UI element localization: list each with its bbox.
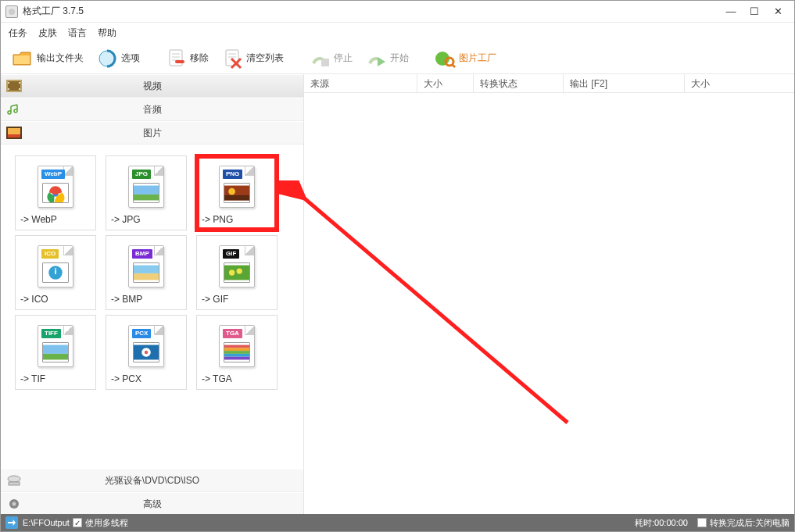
tile-label: -> WebP	[20, 214, 91, 225]
list-body-empty	[304, 93, 794, 516]
menu-help[interactable]: 帮助	[98, 27, 116, 40]
toolbar: 输出文件夹 选项 移除 清空列表 停止 开始 图片工厂	[1, 43, 794, 74]
stop-icon	[309, 48, 331, 70]
category-optical[interactable]: 光驱设备\DVD\CD\ISO	[1, 469, 303, 492]
svg-line-13	[452, 64, 455, 67]
svg-rect-25	[134, 186, 159, 195]
format-grid: WebP-> WebPJPG-> JPGPNG-> PNGICOi-> ICOB…	[1, 145, 303, 469]
svg-rect-6	[175, 60, 184, 63]
statusbar: E:\FFOutput ✓ 使用多线程 耗时: 00:00:00 ✓ 转换完成后…	[1, 514, 794, 531]
category-video[interactable]: 视频	[1, 74, 303, 98]
col-output[interactable]: 输出 [F2]	[564, 74, 685, 92]
tile-label: -> ICO	[20, 294, 91, 305]
svg-point-48	[8, 476, 20, 482]
svg-point-28	[228, 188, 235, 195]
elapsed-value: 00:00:00	[654, 518, 688, 527]
svg-point-19	[19, 88, 20, 90]
format-tile-ico[interactable]: ICOi-> ICO	[15, 235, 96, 310]
folder-icon	[12, 48, 34, 70]
clear-label: 清空列表	[246, 52, 284, 65]
remove-button[interactable]: 移除	[162, 46, 212, 71]
video-icon	[5, 79, 23, 93]
category-optical-label: 光驱设备\DVD\CD\ISO	[29, 474, 303, 487]
svg-point-41	[145, 351, 148, 354]
format-tile-tiff[interactable]: TIFF-> TIF	[15, 315, 96, 390]
gear-icon	[96, 48, 118, 70]
multithread-checkbox[interactable]: ✓	[73, 518, 82, 527]
after-value: 关闭电脑	[755, 517, 790, 529]
titlebar: 格式工厂 3.7.5 — ☐ ✕	[1, 1, 794, 23]
tile-icon: WebP	[20, 161, 91, 212]
category-audio[interactable]: 音频	[1, 98, 303, 121]
category-audio-label: 音频	[29, 103, 303, 116]
options-button[interactable]: 选项	[93, 46, 143, 71]
play-icon	[365, 48, 387, 70]
stop-label: 停止	[334, 52, 353, 65]
main-area: 视频 音频 图片 WebP-> WebPJPG-> JPGPNG-> PNGIC…	[1, 74, 794, 516]
image-factory-label: 图片工厂	[459, 52, 496, 65]
close-button[interactable]: ✕	[766, 4, 790, 20]
format-tile-bmp[interactable]: BMP-> BMP	[106, 235, 187, 310]
window-title: 格式工厂 3.7.5	[23, 5, 719, 18]
format-tile-gif[interactable]: GIF-> GIF	[196, 235, 278, 310]
image-icon	[5, 126, 23, 140]
svg-rect-46	[224, 354, 249, 357]
svg-point-51	[13, 502, 16, 506]
clear-button[interactable]: 清空列表	[218, 46, 287, 71]
tile-icon: PNG	[202, 161, 272, 212]
image-factory-button[interactable]: 图片工厂	[431, 46, 500, 71]
col-extra[interactable]	[780, 74, 794, 92]
after-label: 转换完成后:	[710, 517, 755, 529]
page-x-icon	[221, 48, 243, 70]
svg-rect-15	[8, 81, 20, 91]
svg-rect-37	[43, 345, 68, 354]
image-factory-icon	[434, 48, 456, 70]
svg-rect-29	[224, 195, 249, 201]
svg-rect-22	[8, 134, 20, 137]
svg-rect-49	[9, 482, 20, 485]
svg-rect-34	[224, 266, 249, 280]
left-panel: 视频 音频 图片 WebP-> WebPJPG-> JPGPNG-> PNGIC…	[1, 74, 304, 516]
maximize-button[interactable]: ☐	[743, 4, 766, 20]
category-image[interactable]: 图片	[1, 121, 303, 145]
category-advanced[interactable]: 高级	[1, 492, 303, 516]
format-tile-pcx[interactable]: PCX-> PCX	[106, 315, 187, 390]
app-logo-icon	[5, 5, 18, 18]
svg-rect-45	[224, 351, 249, 354]
tile-icon: ICOi	[20, 241, 91, 292]
col-size[interactable]: 大小	[417, 74, 474, 92]
format-tile-webp[interactable]: WebP-> WebP	[15, 155, 96, 230]
audio-icon	[5, 102, 23, 116]
svg-text:i: i	[54, 266, 56, 276]
tile-icon: JPG	[111, 161, 181, 212]
tile-label: -> PNG	[202, 214, 272, 225]
col-out-size[interactable]: 大小	[685, 74, 780, 92]
tile-label: -> GIF	[202, 294, 272, 305]
svg-point-16	[8, 82, 9, 84]
multithread-label: 使用多线程	[85, 517, 128, 529]
format-tile-tga[interactable]: TGA-> TGA	[196, 315, 278, 390]
output-folder-button[interactable]: 输出文件夹	[9, 46, 87, 71]
menu-language[interactable]: 语言	[68, 27, 87, 40]
format-tile-png[interactable]: PNG-> PNG	[196, 155, 278, 230]
svg-rect-10	[321, 59, 329, 66]
output-path[interactable]: E:\FFOutput	[23, 518, 70, 527]
menu-task[interactable]: 任务	[9, 27, 27, 40]
list-header: 来源 大小 转换状态 输出 [F2] 大小	[304, 74, 794, 93]
minimize-button[interactable]: —	[719, 4, 743, 20]
svg-rect-21	[8, 128, 20, 134]
category-advanced-label: 高级	[29, 498, 303, 511]
output-folder-label: 输出文件夹	[37, 52, 84, 65]
tile-icon: TIFF	[20, 320, 91, 372]
format-tile-jpg[interactable]: JPG-> JPG	[106, 155, 187, 230]
svg-point-36	[237, 268, 242, 273]
col-source[interactable]: 来源	[304, 74, 417, 92]
after-checkbox[interactable]: ✓	[697, 518, 707, 527]
stop-button[interactable]: 停止	[306, 46, 356, 71]
remove-label: 移除	[190, 52, 209, 65]
menu-skin[interactable]: 皮肤	[38, 27, 57, 40]
col-status[interactable]: 转换状态	[474, 74, 564, 92]
tile-label: -> TIF	[20, 373, 91, 384]
svg-rect-47	[224, 357, 249, 360]
start-button[interactable]: 开始	[362, 46, 412, 71]
